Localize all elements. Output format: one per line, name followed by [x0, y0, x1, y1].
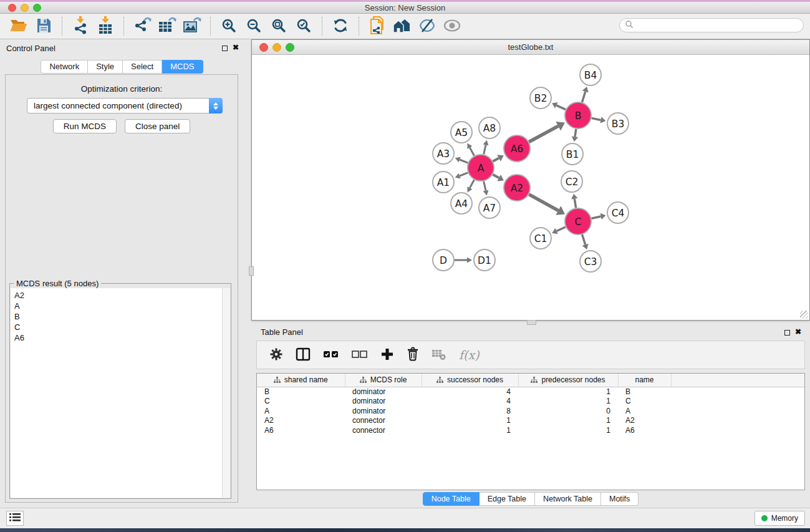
double-home-icon: [392, 17, 412, 36]
run-mcds-button[interactable]: Run MCDS: [53, 119, 117, 133]
graph-edge-A-A5[interactable]: [470, 148, 474, 156]
graph-edge-A2-C[interactable]: [529, 195, 558, 211]
column-header-successor-nodes[interactable]: successor nodes: [422, 374, 518, 387]
eye-icon: [443, 18, 461, 35]
import-network-button[interactable]: [68, 15, 93, 37]
list-scrollbar[interactable]: [222, 288, 230, 498]
graph-edge-C-C4[interactable]: [591, 216, 600, 218]
graph-edge-A-A8[interactable]: [484, 145, 486, 154]
graph-edge-A-A2[interactable]: [493, 175, 499, 178]
column-header-name[interactable]: name: [618, 374, 671, 387]
memory-button[interactable]: Memory: [755, 511, 805, 526]
graph-edge-A-A7[interactable]: [484, 181, 486, 190]
list-item[interactable]: A: [11, 301, 230, 311]
close-panel-button[interactable]: Close panel: [125, 119, 190, 133]
export-table-button[interactable]: [155, 15, 180, 37]
list-item[interactable]: A2: [11, 288, 230, 301]
graph-edge-C-C1[interactable]: [557, 227, 566, 231]
delete-column-button[interactable]: [407, 347, 419, 363]
close-button[interactable]: [8, 4, 16, 12]
graph-edge-A6-B[interactable]: [529, 126, 558, 142]
graph-node-label-C4: C4: [612, 208, 625, 219]
tab-network[interactable]: Network: [41, 60, 88, 74]
column-header-mcds-role[interactable]: MCDS role: [345, 374, 422, 387]
graph-edge-B-B3[interactable]: [592, 118, 601, 120]
graph-edge-A-A6[interactable]: [493, 158, 499, 161]
network-canvas[interactable]: B4B2BB3A8A5A6A3B1AC2A1A2A4A7C4CC1C3DD1: [252, 55, 809, 320]
network-minimize-button[interactable]: [272, 43, 281, 52]
table-row[interactable]: A2connector11A2: [257, 416, 804, 426]
list-item[interactable]: A6: [11, 332, 230, 343]
apply-layout-button[interactable]: [328, 15, 353, 37]
graph-edge-C-C2[interactable]: [574, 199, 576, 208]
open-session-button[interactable]: [6, 15, 31, 37]
window-resize-grip[interactable]: [800, 311, 808, 319]
graph-edge-B-B1[interactable]: [575, 129, 576, 137]
show-columns-button[interactable]: [296, 347, 311, 363]
select-stepper-icon: [209, 98, 223, 114]
delete-table-button[interactable]: [432, 348, 446, 362]
optimization-criterion-label: Optimization criterion:: [6, 84, 238, 94]
table-row[interactable]: A6connector11A6: [257, 425, 804, 435]
new-network-from-selection-button[interactable]: [365, 15, 390, 37]
tab-motifs[interactable]: Motifs: [601, 492, 639, 506]
tab-network-table[interactable]: Network Table: [535, 492, 601, 506]
tab-node-table[interactable]: Node Table: [423, 492, 480, 506]
tab-edge-table[interactable]: Edge Table: [480, 492, 535, 506]
tab-mcds[interactable]: MCDS: [162, 60, 203, 74]
create-column-button[interactable]: [380, 347, 394, 363]
table-row[interactable]: Cdominator41C: [257, 397, 804, 407]
graph-node-label-A7: A7: [483, 203, 496, 214]
minimize-button[interactable]: [21, 4, 29, 12]
column-header-predecessor-nodes[interactable]: predecessor nodes: [518, 374, 618, 387]
node-table: shared name MCDS role successor nodes pr…: [256, 373, 805, 490]
network-close-button[interactable]: [259, 43, 268, 52]
function-builder-button[interactable]: f(x): [459, 348, 480, 362]
zoom-fit-button[interactable]: [266, 15, 291, 37]
show-panels-button[interactable]: [6, 511, 24, 526]
graph-node-label-B1: B1: [566, 149, 579, 160]
tab-select[interactable]: Select: [123, 60, 162, 74]
zoom-selected-button[interactable]: [291, 15, 316, 37]
graph-edge-B-B2[interactable]: [556, 105, 566, 110]
zoom-button[interactable]: [33, 4, 41, 12]
float-panel-icon[interactable]: [222, 46, 228, 51]
network-window-titlebar[interactable]: testGlobe.txt: [252, 40, 809, 55]
zoom-out-button[interactable]: [241, 15, 266, 37]
import-table-button[interactable]: [93, 15, 118, 37]
select-all-button[interactable]: [323, 350, 339, 360]
vertical-splitter-grip[interactable]: [249, 266, 254, 276]
export-network-button[interactable]: [130, 15, 155, 37]
zoom-in-button[interactable]: [216, 15, 241, 37]
home-view-button[interactable]: [390, 15, 415, 37]
graph-edge-A-A3[interactable]: [460, 160, 468, 163]
graph-edge-A-A1[interactable]: [460, 173, 468, 176]
network-zoom-button[interactable]: [286, 43, 294, 52]
toolbar-search[interactable]: [619, 18, 804, 32]
list-item[interactable]: B: [11, 311, 230, 322]
graph-edge-C-C3[interactable]: [582, 235, 586, 244]
save-session-button[interactable]: [31, 15, 56, 37]
export-image-button[interactable]: [180, 15, 205, 37]
graph-node-label-D: D: [440, 255, 447, 266]
search-input[interactable]: [634, 21, 803, 30]
close-panel-icon[interactable]: ✖: [233, 44, 239, 51]
toggle-graphics-details-button[interactable]: [415, 15, 440, 37]
table-row[interactable]: Adominator80A: [257, 406, 804, 416]
criterion-select[interactable]: largest connected component (directed): [27, 98, 223, 114]
float-panel-icon[interactable]: [784, 330, 790, 336]
graph-edge-B-B4[interactable]: [582, 92, 585, 102]
zoom-fit-icon: [271, 18, 286, 35]
table-toolbar: f(x): [256, 341, 805, 369]
column-header-shared-name[interactable]: shared name: [257, 374, 345, 387]
toolbar-separator: [210, 17, 211, 36]
deselect-all-button[interactable]: [352, 350, 368, 360]
close-panel-icon[interactable]: ✖: [795, 328, 801, 336]
show-hide-button[interactable]: [440, 15, 465, 37]
list-item[interactable]: C: [11, 322, 230, 332]
table-settings-button[interactable]: [269, 347, 283, 363]
tab-style[interactable]: Style: [88, 60, 123, 74]
graph-edge-A-A4[interactable]: [470, 180, 474, 188]
mcds-result-list[interactable]: A2 A B C A6: [11, 288, 230, 498]
table-row[interactable]: Bdominator41B: [257, 387, 804, 397]
